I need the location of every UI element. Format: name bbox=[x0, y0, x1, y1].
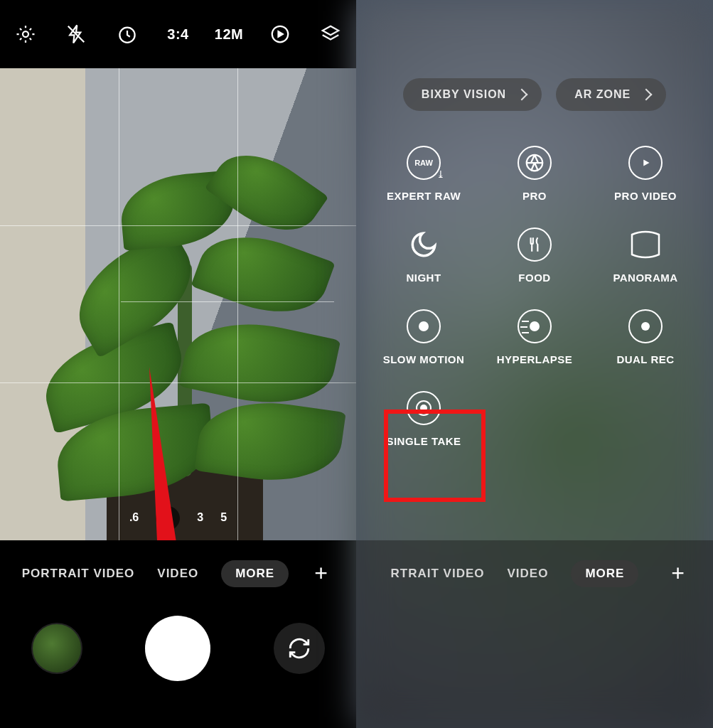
shutter-button[interactable] bbox=[145, 616, 210, 681]
aspect-ratio-button[interactable]: 3:4 bbox=[161, 17, 195, 51]
settings-button[interactable] bbox=[9, 17, 43, 51]
mode-panorama[interactable]: PANORAMA bbox=[596, 228, 695, 284]
add-mode-button[interactable]: + bbox=[314, 562, 328, 584]
mode-pro[interactable]: PRO bbox=[485, 146, 584, 202]
grid-line bbox=[119, 68, 119, 540]
mode-hyperlapse[interactable]: HYPERLAPSE bbox=[485, 309, 584, 365]
zoom-ultrawide[interactable]: .6 bbox=[129, 511, 139, 530]
mode-slow-motion[interactable]: SLOW MOTION bbox=[374, 309, 473, 365]
svg-marker-4 bbox=[278, 31, 282, 37]
zoom-3x[interactable]: 3 bbox=[197, 511, 203, 530]
grid-line bbox=[237, 68, 238, 540]
expert-raw-icon: RAW ⤓ bbox=[407, 146, 441, 180]
flash-off-icon bbox=[65, 23, 87, 45]
resolution-button[interactable]: 12M bbox=[212, 17, 246, 51]
bixby-vision-button[interactable]: BIXBY VISION bbox=[403, 78, 542, 111]
camera-bottom-bar: PORTRAIT VIDEO VIDEO MORE + bbox=[0, 540, 356, 728]
zoom-5x[interactable]: 5 bbox=[220, 511, 227, 530]
mode-portrait-video[interactable]: RTRAIT VIDEO bbox=[391, 567, 485, 581]
hyperlapse-icon bbox=[518, 309, 552, 343]
mode-more[interactable]: MORE bbox=[571, 560, 638, 587]
mode-video[interactable]: VIDEO bbox=[508, 567, 549, 581]
svg-marker-6 bbox=[643, 159, 649, 166]
filters-button[interactable] bbox=[313, 17, 348, 51]
dual-rec-icon bbox=[628, 309, 663, 343]
gallery-thumbnail[interactable] bbox=[31, 623, 82, 674]
camera-viewfinder[interactable]: .6 1 3 5 bbox=[0, 68, 356, 540]
mode-food[interactable]: FOOD bbox=[485, 228, 584, 284]
mode-video[interactable]: VIDEO bbox=[157, 567, 198, 581]
camera-top-bar: 3:4 12M bbox=[0, 0, 356, 68]
mode-pro-video[interactable]: PRO VIDEO bbox=[596, 146, 695, 202]
mode-portrait-video[interactable]: PORTRAIT VIDEO bbox=[22, 567, 135, 581]
panorama-icon bbox=[628, 228, 663, 262]
timer-button[interactable] bbox=[110, 17, 144, 51]
chevron-right-icon bbox=[640, 89, 653, 101]
bixby-vision-label: BIXBY VISION bbox=[422, 88, 506, 101]
slow-motion-icon bbox=[407, 309, 441, 343]
mode-strip[interactable]: PORTRAIT VIDEO VIDEO MORE bbox=[0, 540, 356, 587]
timer-icon bbox=[117, 23, 138, 45]
mode-strip[interactable]: RTRAIT VIDEO VIDEO MORE bbox=[356, 540, 713, 587]
svg-point-0 bbox=[23, 31, 28, 37]
aperture-icon bbox=[518, 146, 552, 180]
moon-icon bbox=[407, 228, 441, 262]
switch-camera-button[interactable] bbox=[274, 623, 325, 674]
layers-icon bbox=[320, 23, 341, 45]
pro-video-icon bbox=[628, 146, 663, 180]
chevron-right-icon bbox=[516, 89, 528, 101]
level-line bbox=[121, 301, 334, 302]
motion-photo-icon bbox=[269, 23, 291, 45]
add-mode-button[interactable]: + bbox=[671, 562, 685, 584]
ar-zone-button[interactable]: AR ZONE bbox=[556, 78, 666, 111]
more-bottom-bar: RTRAIT VIDEO VIDEO MORE + bbox=[356, 540, 713, 728]
ar-zone-label: AR ZONE bbox=[574, 88, 631, 101]
zoom-selector[interactable]: .6 1 3 5 bbox=[0, 511, 356, 530]
mode-expert-raw[interactable]: RAW ⤓ EXPERT RAW bbox=[374, 146, 473, 202]
gear-icon bbox=[15, 23, 36, 45]
flash-button[interactable] bbox=[59, 17, 93, 51]
mode-more[interactable]: MORE bbox=[221, 560, 289, 587]
zoom-1x[interactable]: 1 bbox=[156, 506, 180, 530]
modes-grid: RAW ⤓ EXPERT RAW PRO PRO VIDEO bbox=[356, 146, 713, 447]
food-icon bbox=[518, 228, 552, 262]
grid-line bbox=[0, 382, 356, 383]
camera-main-screen: 3:4 12M bbox=[0, 0, 356, 728]
grid-line bbox=[0, 225, 356, 226]
mode-night[interactable]: NIGHT bbox=[374, 228, 473, 284]
annotation-highlight bbox=[384, 410, 486, 502]
switch-camera-icon bbox=[287, 636, 311, 660]
motion-photo-button[interactable] bbox=[263, 17, 297, 51]
camera-more-screen: BIXBY VISION AR ZONE RAW ⤓ EXPERT RAW bbox=[356, 0, 713, 728]
mode-dual-rec[interactable]: DUAL REC bbox=[596, 309, 695, 365]
